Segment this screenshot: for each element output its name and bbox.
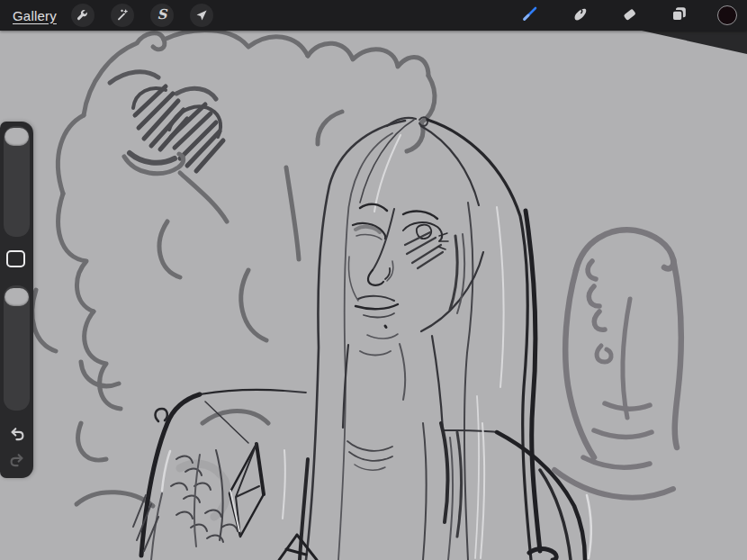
sidebar xyxy=(0,122,33,478)
redo-arrow-icon xyxy=(8,451,26,473)
adjustments-button[interactable] xyxy=(111,4,134,27)
drawing-canvas[interactable] xyxy=(0,0,747,560)
eraser-icon xyxy=(620,5,639,27)
magic-wand-icon xyxy=(115,8,130,23)
opacity-handle[interactable] xyxy=(4,288,29,306)
transform-arrow-icon xyxy=(194,8,209,23)
app-screen: Gallery S xyxy=(0,0,747,560)
modify-button[interactable] xyxy=(6,250,25,267)
wrench-icon xyxy=(76,8,90,23)
paintbrush-icon xyxy=(520,4,540,27)
smudge-finger-icon xyxy=(571,5,590,27)
tool-group-right xyxy=(519,5,737,26)
paint-tool-button[interactable] xyxy=(519,5,541,26)
redo-button[interactable] xyxy=(7,452,26,471)
undo-button[interactable] xyxy=(7,426,26,445)
top-toolbar: Gallery S xyxy=(0,0,747,31)
layers-icon xyxy=(670,5,688,27)
actions-button[interactable] xyxy=(71,4,94,27)
gallery-link[interactable]: Gallery xyxy=(13,8,57,23)
layers-button[interactable] xyxy=(668,5,689,26)
tool-group-left: S xyxy=(71,4,213,27)
brush-size-handle[interactable] xyxy=(4,128,29,146)
selection-button[interactable]: S xyxy=(150,4,174,27)
erase-tool-button[interactable] xyxy=(618,5,640,26)
smudge-tool-button[interactable] xyxy=(569,5,590,26)
undo-arrow-icon xyxy=(8,425,26,447)
transform-button[interactable] xyxy=(190,4,213,27)
selection-s-icon: S xyxy=(158,8,167,22)
color-swatch[interactable] xyxy=(717,5,737,25)
